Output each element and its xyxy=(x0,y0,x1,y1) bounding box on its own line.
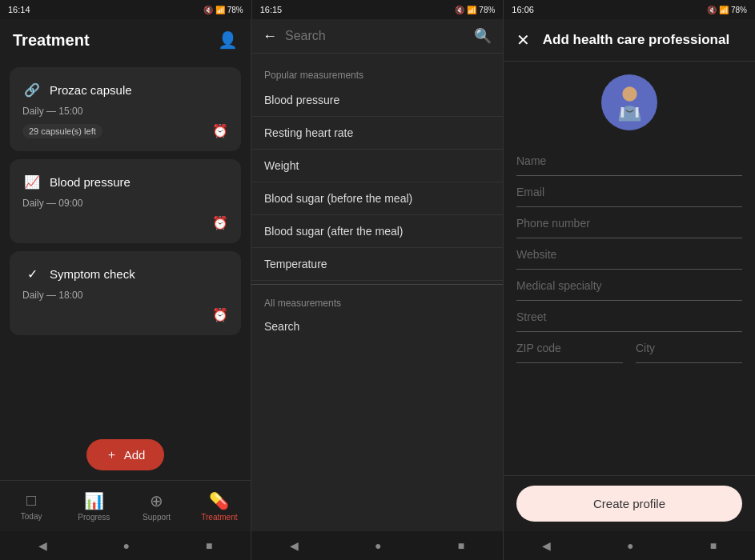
signal-icon: 📶 xyxy=(467,6,476,14)
specialty-input[interactable] xyxy=(516,271,742,301)
add-plus-icon: ＋ xyxy=(106,447,118,462)
zip-input[interactable] xyxy=(516,334,623,363)
city-field xyxy=(636,334,742,363)
bottom-nav-treatment: □ Today 📊 Progress ⊕ Support 💊 Treatment xyxy=(0,480,251,531)
search-input[interactable] xyxy=(285,29,466,43)
android-nav-right-section: ◀ ● ■ xyxy=(504,531,755,560)
home-btn-right[interactable]: ● xyxy=(627,539,633,552)
email-field xyxy=(516,178,742,207)
all-search-text: Search xyxy=(264,320,299,333)
symptom-footer: ⏰ xyxy=(22,307,228,322)
measurements-divider xyxy=(251,284,503,285)
name-field xyxy=(516,146,742,176)
popular-label: Popular measurements xyxy=(251,63,503,84)
hcp-title: Add health care professional xyxy=(530,32,742,48)
card-title-row: 🔗 Prozac capsule xyxy=(22,80,228,99)
hcp-header: ✕ Add health care professional xyxy=(504,19,755,62)
battery-left: 78% xyxy=(227,6,243,14)
status-icons-left: 🔇 📶 78% xyxy=(203,6,243,14)
progress-label: Progress xyxy=(78,513,110,522)
bp-icon: 📈 xyxy=(22,172,42,191)
android-nav-left-section: ◀ ● ■ xyxy=(0,531,251,560)
battery-mid: 78% xyxy=(479,6,495,14)
treatment-card-symptom[interactable]: ✓ Symptom check Daily — 18:00 ⏰ xyxy=(10,251,241,335)
android-nav-left: ◀ ● ■ xyxy=(0,531,251,560)
city-input[interactable] xyxy=(636,334,742,363)
prozac-schedule: Daily — 15:00 xyxy=(22,106,228,117)
treatment-title: Treatment xyxy=(13,31,90,50)
alarm-icon-bp: ⏰ xyxy=(212,215,228,230)
back-btn-left[interactable]: ◀ xyxy=(38,539,47,552)
measurement-blood-sugar-before[interactable]: Blood sugar (before the meal) xyxy=(251,182,503,215)
mute-icon-right: 🔇 xyxy=(707,6,717,14)
status-icons-mid: 🔇 📶 78% xyxy=(455,6,495,14)
status-panel-mid: 16:15 🔇 📶 78% xyxy=(252,0,504,19)
time-mid: 16:15 xyxy=(260,5,283,14)
today-icon: □ xyxy=(26,491,36,510)
recents-btn-mid[interactable]: ■ xyxy=(458,539,464,552)
nav-progress[interactable]: 📊 Progress xyxy=(62,481,125,531)
add-button[interactable]: ＋ Add xyxy=(86,439,165,470)
search-content: Popular measurements Blood pressure Rest… xyxy=(251,54,503,531)
hcp-close-button[interactable]: ✕ xyxy=(516,30,530,50)
measurement-blood-pressure[interactable]: Blood pressure xyxy=(251,84,503,117)
search-input-area xyxy=(285,29,466,43)
back-btn-mid[interactable]: ◀ xyxy=(290,539,299,552)
email-input[interactable] xyxy=(516,178,742,207)
alarm-icon-prozac: ⏰ xyxy=(212,123,228,138)
hcp-content xyxy=(504,62,755,475)
back-btn-right[interactable]: ◀ xyxy=(542,539,551,552)
treatment-card-bp[interactable]: 📈 Blood pressure Daily — 09:00 ⏰ xyxy=(10,159,241,243)
street-input[interactable] xyxy=(516,302,742,332)
profile-icon[interactable]: 👤 xyxy=(218,30,238,50)
measurement-weight[interactable]: Weight xyxy=(251,150,503,182)
measurement-blood-sugar-after[interactable]: Blood sugar (after the meal) xyxy=(251,215,503,248)
progress-icon: 📊 xyxy=(84,491,104,510)
time-right: 16:06 xyxy=(512,5,534,14)
nav-treatment[interactable]: 💊 Treatment xyxy=(188,481,251,531)
search-header: ← 🔍 xyxy=(251,19,503,54)
create-profile-container: Create profile xyxy=(504,475,755,531)
support-label: Support xyxy=(143,513,171,522)
today-label: Today xyxy=(21,512,42,521)
nav-support[interactable]: ⊕ Support xyxy=(126,481,188,531)
android-nav-mid: ◀ ● ■ xyxy=(251,531,503,560)
create-profile-button[interactable]: Create profile xyxy=(516,486,742,522)
alarm-icon-symptom: ⏰ xyxy=(212,307,228,322)
website-input[interactable] xyxy=(516,240,742,270)
all-measurements-section: All measurements Search xyxy=(251,291,503,341)
recents-btn-left[interactable]: ■ xyxy=(206,539,212,552)
app-container: Treatment 👤 🔗 Prozac capsule Daily — 15:… xyxy=(0,19,755,560)
status-panel-left: 16:14 🔇 📶 78% xyxy=(0,0,252,19)
zip-field xyxy=(516,334,623,363)
measurement-resting-heart[interactable]: Resting heart rate xyxy=(251,117,503,150)
search-back-button[interactable]: ← xyxy=(263,28,277,45)
home-btn-left[interactable]: ● xyxy=(123,539,130,552)
time-left: 16:14 xyxy=(8,5,30,14)
measurement-temperature[interactable]: Temperature xyxy=(251,248,503,281)
all-search-item[interactable]: Search xyxy=(251,312,503,341)
all-measurements-label: All measurements xyxy=(251,291,503,312)
wifi-icon: 📶 xyxy=(215,6,225,14)
android-nav-right: ◀ ● ■ xyxy=(504,531,755,560)
search-icon-button[interactable]: 🔍 xyxy=(474,27,492,45)
phone-input[interactable] xyxy=(516,209,742,238)
add-button-container: ＋ Add xyxy=(0,430,251,480)
bp-name: Blood pressure xyxy=(50,175,131,189)
recents-btn-right[interactable]: ■ xyxy=(710,539,717,552)
treatment-items: 🔗 Prozac capsule Daily — 15:00 29 capsul… xyxy=(0,61,251,430)
name-input[interactable] xyxy=(516,146,742,176)
phone-field xyxy=(516,209,742,238)
treatment-card-prozac[interactable]: 🔗 Prozac capsule Daily — 15:00 29 capsul… xyxy=(10,67,241,151)
status-panel-right: 16:06 🔇 📶 78% xyxy=(504,0,755,19)
support-icon: ⊕ xyxy=(150,491,163,510)
treatment-nav-label: Treatment xyxy=(201,513,237,522)
android-nav-mid-section: ◀ ● ■ xyxy=(251,531,503,560)
treatment-panel: Treatment 👤 🔗 Prozac capsule Daily — 15:… xyxy=(0,19,251,560)
status-bar: 16:14 🔇 📶 78% 16:15 🔇 📶 78% 16:06 🔇 📶 78… xyxy=(0,0,755,19)
nav-today[interactable]: □ Today xyxy=(0,481,62,531)
home-btn-mid[interactable]: ● xyxy=(375,539,381,552)
hcp-avatar xyxy=(516,74,742,130)
mute-icon: 🔇 xyxy=(203,6,213,14)
avatar-circle xyxy=(601,74,657,130)
